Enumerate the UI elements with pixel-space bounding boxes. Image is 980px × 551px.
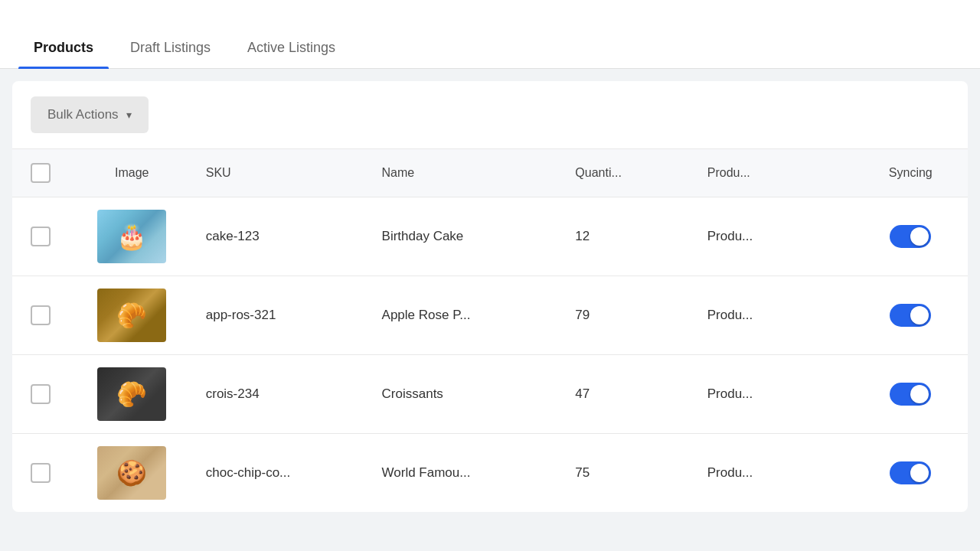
table-body: cake-123Birthday Cake12Produ... app-ros-… [12, 197, 968, 513]
tabs-bar: Products Draft Listings Active Listings [0, 0, 980, 69]
table-header-row: Image SKU Name Quanti... Produ... [12, 149, 968, 197]
row-image-cell [70, 355, 194, 434]
toggle-slider [890, 383, 931, 406]
row-sku: cake-123 [194, 197, 370, 276]
row-checkbox[interactable] [31, 384, 51, 404]
row-product: Produ... [695, 276, 854, 355]
tab-draft-listings[interactable]: Draft Listings [115, 28, 226, 68]
tab-products[interactable]: Products [18, 28, 109, 68]
header-quantity: Quanti... [563, 149, 694, 197]
chevron-down-icon: ▾ [126, 109, 132, 121]
row-name: Croissants [370, 355, 564, 434]
product-image [97, 367, 166, 421]
toggle-slider [890, 461, 931, 484]
row-syncing-cell [854, 276, 968, 355]
row-sku: app-ros-321 [194, 276, 370, 355]
row-product: Produ... [695, 197, 854, 276]
tab-products-label: Products [34, 40, 93, 56]
table-row: app-ros-321Apple Rose P...79Produ... [12, 276, 968, 355]
toggle-slider [890, 304, 931, 327]
row-image-cell [70, 434, 194, 513]
table-row: crois-234Croissants47Produ... [12, 355, 968, 434]
product-image [97, 446, 166, 500]
bulk-actions-label: Bulk Actions [47, 107, 119, 122]
bulk-actions-button[interactable]: Bulk Actions ▾ [31, 96, 149, 133]
syncing-toggle[interactable] [890, 461, 931, 484]
header-checkbox-col [12, 149, 70, 197]
toggle-slider [890, 225, 931, 248]
row-quantity: 79 [563, 276, 694, 355]
row-sku: crois-234 [194, 355, 370, 434]
header-product: Produ... [695, 149, 854, 197]
row-quantity: 12 [563, 197, 694, 276]
products-table: Image SKU Name Quanti... Produ... [12, 149, 968, 512]
row-checkbox-cell [12, 197, 70, 276]
row-product: Produ... [695, 434, 854, 513]
product-image [97, 210, 166, 263]
row-checkbox-cell [12, 276, 70, 355]
header-sku: SKU [194, 149, 370, 197]
row-checkbox[interactable] [31, 463, 51, 483]
row-quantity: 75 [563, 434, 694, 513]
row-checkbox-cell [12, 434, 70, 513]
row-name: World Famou... [370, 434, 564, 513]
page-container: Products Draft Listings Active Listings … [0, 0, 980, 551]
product-image [97, 289, 166, 342]
table-row: choc-chip-co...World Famou...75Produ... [12, 434, 968, 513]
row-name: Apple Rose P... [370, 276, 564, 355]
syncing-toggle[interactable] [890, 304, 931, 327]
tab-draft-listings-label: Draft Listings [130, 40, 211, 56]
header-image: Image [70, 149, 194, 197]
row-syncing-cell [854, 197, 968, 276]
row-checkbox-cell [12, 355, 70, 434]
row-product: Produ... [695, 355, 854, 434]
table-row: cake-123Birthday Cake12Produ... [12, 197, 968, 276]
bulk-actions-bar: Bulk Actions ▾ [12, 81, 968, 149]
syncing-toggle[interactable] [890, 383, 931, 406]
row-image-cell [70, 197, 194, 276]
products-card: Bulk Actions ▾ Image SKU [12, 81, 968, 512]
row-syncing-cell [854, 355, 968, 434]
row-checkbox[interactable] [31, 305, 51, 325]
row-syncing-cell [854, 434, 968, 513]
row-name: Birthday Cake [370, 197, 564, 276]
row-quantity: 47 [563, 355, 694, 434]
row-checkbox[interactable] [31, 227, 51, 246]
row-image-cell [70, 276, 194, 355]
header-name: Name [370, 149, 564, 197]
syncing-toggle[interactable] [890, 225, 931, 248]
tab-active-listings-label: Active Listings [247, 40, 335, 56]
select-all-checkbox[interactable] [31, 163, 51, 183]
main-content: Bulk Actions ▾ Image SKU [0, 69, 980, 524]
tab-active-listings[interactable]: Active Listings [232, 28, 351, 68]
header-syncing: Syncing [854, 149, 968, 197]
row-sku: choc-chip-co... [194, 434, 370, 513]
